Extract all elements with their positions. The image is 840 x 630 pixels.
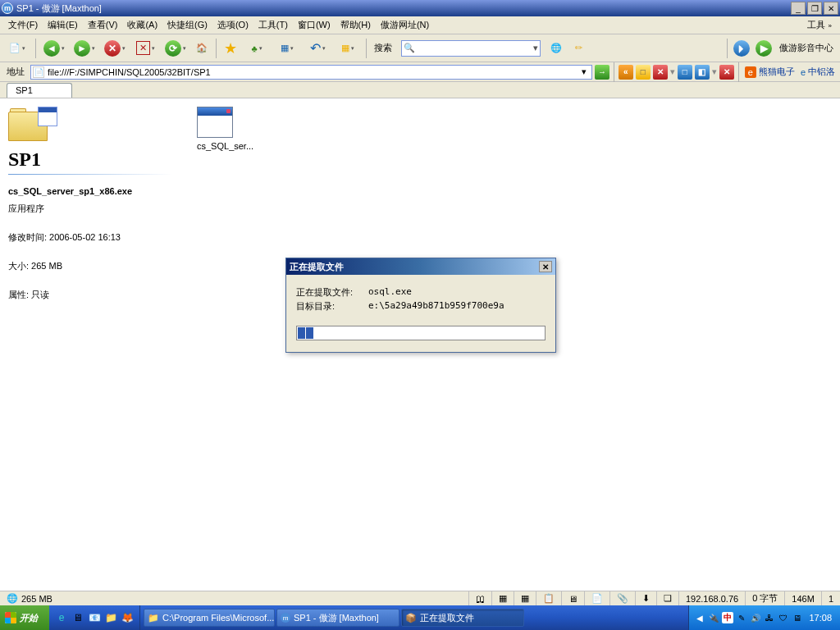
refresh-button[interactable]: ⟳ (162, 39, 189, 58)
ql-ie-icon[interactable]: e (54, 610, 69, 625)
status-mem: 146M (784, 591, 821, 605)
clock[interactable]: 17:08 (806, 613, 835, 623)
folder-details-panel: SP1 cs_SQL_server_sp1_x86.exe 应用程序 修改时间:… (8, 107, 172, 582)
media-prev-button[interactable]: ⏵ (732, 39, 751, 58)
nav-btn-1[interactable]: « (619, 65, 633, 80)
ql-app1-icon[interactable]: 📧 (87, 610, 102, 625)
menu-tools[interactable]: 工具(T) (253, 17, 293, 33)
groups-button[interactable]: ▦ (334, 39, 362, 58)
menu-help[interactable]: 帮助(H) (336, 17, 376, 33)
new-button[interactable]: 📄 (3, 39, 31, 58)
nav-btn-5[interactable]: ◧ (695, 65, 710, 80)
address-url: file:///F:/SIMPCHIN/SQL2005/32BIT/SP1 (48, 67, 211, 77)
file-name: cs_SQL_server_sp1_x86.exe (8, 186, 172, 196)
nav-btn-4[interactable]: □ (678, 65, 692, 80)
link-panda[interactable]: e熊猫电子 (743, 66, 797, 78)
nav-btn-6[interactable]: ✕ (719, 65, 734, 80)
tray-icon-6[interactable]: 🛡 (778, 612, 789, 623)
status-i7-icon[interactable]: 📎 (617, 593, 628, 604)
go-button[interactable]: → (595, 65, 609, 80)
favorites-button[interactable]: ★ (221, 39, 240, 58)
link-alu[interactable]: e中铝洛 (799, 66, 837, 78)
task-explorer[interactable]: 📁C:\Program Files\Microsof... (144, 609, 275, 627)
highlight-button[interactable]: ✏ (568, 39, 588, 58)
undo-button[interactable]: ↶ (304, 39, 331, 58)
status-i3-icon[interactable]: ▦ (521, 593, 529, 604)
titlebar: m SP1 - 傲游 [Maxthon] _ ❐ ✕ (0, 0, 840, 16)
menu-file[interactable]: 文件(F) (3, 17, 43, 33)
menu-maxthon[interactable]: 傲游网址(N) (376, 17, 434, 33)
search-go-button[interactable]: 🌐 (546, 39, 566, 58)
menu-edit[interactable]: 编辑(E) (43, 17, 83, 33)
address-bar: 地址 📄 file:///F:/SIMPCHIN/SQL2005/32BIT/S… (0, 62, 840, 82)
menu-favorites[interactable]: 收藏(A) (122, 17, 162, 33)
main-toolbar: 📄 ◄ ► ✕ ✕ ⟳ 🏠 ★ ♣ ▦ ↶ ▦ 搜索 🔍▾ 🌐 ✏ ⏵ ▶ 傲游… (0, 34, 840, 62)
tray-icon-1[interactable]: ◀ (694, 612, 705, 623)
media-play-button[interactable]: ▶ (754, 39, 774, 58)
exe-icon (197, 107, 233, 138)
ql-desktop-icon[interactable]: 🖥 (71, 610, 85, 625)
nav-btn-3[interactable]: ✕ (653, 65, 668, 80)
task-buttons: 📁C:\Program Files\Microsof... mSP1 - 傲游 … (140, 605, 688, 630)
tab-strip: SP1 (0, 82, 840, 98)
ql-app3-icon[interactable]: 🦊 (120, 610, 135, 625)
extract-file-label: 正在提取文件: (296, 286, 368, 299)
tray-icon-2[interactable]: 🔌 (708, 612, 719, 623)
stop-all-button[interactable]: ✕ (101, 39, 129, 58)
start-button[interactable]: 开始 (0, 605, 49, 630)
back-button[interactable]: ◄ (40, 39, 68, 58)
status-i9-icon[interactable]: ❏ (664, 593, 672, 604)
menu-tools-right[interactable]: 工具 » (802, 17, 837, 33)
menu-quickgroup[interactable]: 快捷组(G) (162, 17, 212, 33)
task-maxthon[interactable]: mSP1 - 傲游 [Maxthon] (276, 609, 399, 627)
status-i4-icon[interactable]: 📋 (543, 593, 555, 604)
folder-name: SP1 (8, 148, 172, 171)
windows-logo-icon (5, 612, 16, 623)
menu-options[interactable]: 选项(O) (212, 17, 253, 33)
tray-ime-icon[interactable]: 中 (722, 612, 733, 623)
forward-button[interactable]: ► (71, 39, 98, 58)
tray-icon-5[interactable]: 🖧 (764, 612, 775, 623)
file-modified: 修改时间: 2006-05-02 16:13 (8, 231, 172, 244)
maximize-button[interactable]: ❐ (807, 2, 822, 15)
nav-btn-2[interactable]: □ (636, 65, 651, 80)
tray-icon-7[interactable]: 🖥 (792, 612, 803, 623)
extract-file-value: osql.exe (368, 286, 412, 299)
search-input[interactable]: 🔍▾ (401, 40, 541, 57)
tray-icon-3[interactable]: ✎ (736, 612, 747, 623)
tab-sp1[interactable]: SP1 (7, 83, 72, 98)
dialog-close-button[interactable]: ✕ (539, 261, 552, 272)
status-i6-icon[interactable]: 📄 (591, 593, 603, 604)
menubar: 文件(F) 编辑(E) 查看(V) 收藏(A) 快捷组(G) 选项(O) 工具(… (0, 16, 840, 34)
status-i1-icon[interactable]: 🕮 (476, 594, 485, 604)
globe-icon: 🌐 (7, 593, 18, 604)
status-bytes: 0 字节 (745, 591, 784, 605)
file-type: 应用程序 (8, 203, 172, 215)
file-attributes: 属性: 只读 (8, 289, 172, 301)
history-button[interactable]: ♣ (243, 39, 271, 58)
home-button[interactable]: 🏠 (192, 39, 212, 58)
address-input[interactable]: 📄 file:///F:/SIMPCHIN/SQL2005/32BIT/SP1 … (30, 65, 592, 80)
dialog-title: 正在提取文件 (290, 261, 539, 273)
file-list: cs_SQL_ser... (197, 107, 253, 582)
tray-icon-4[interactable]: 🔊 (750, 612, 761, 623)
status-i5-icon[interactable]: 🖥 (568, 594, 578, 604)
close-button[interactable]: ✕ (824, 2, 838, 15)
file-item[interactable]: cs_SQL_ser... (197, 107, 253, 151)
media-label[interactable]: 傲游影音中心 (776, 42, 837, 54)
progress-bar (296, 326, 546, 340)
menu-view[interactable]: 查看(V) (83, 17, 123, 33)
search-dropdown-icon[interactable]: ▾ (533, 43, 538, 53)
status-i8-icon[interactable]: ⬇ (642, 593, 650, 604)
stop-button[interactable]: ✕ (131, 39, 159, 58)
system-tray: ◀ 🔌 中 ✎ 🔊 🖧 🛡 🖥 17:08 (688, 605, 840, 630)
status-i2-icon[interactable]: ▦ (499, 593, 507, 604)
minimize-button[interactable]: _ (791, 2, 806, 15)
extract-dialog: 正在提取文件 ✕ 正在提取文件: osql.exe 目标目录: e:\5a29a… (285, 258, 556, 353)
ql-app2-icon[interactable]: 📁 (103, 610, 118, 625)
feed-button[interactable]: ▦ (273, 39, 301, 58)
menu-window[interactable]: 窗口(W) (293, 17, 336, 33)
dialog-titlebar[interactable]: 正在提取文件 ✕ (286, 258, 555, 275)
task-extract[interactable]: 📦正在提取文件 (401, 609, 524, 627)
address-dropdown-icon[interactable]: ▾ (578, 66, 590, 77)
